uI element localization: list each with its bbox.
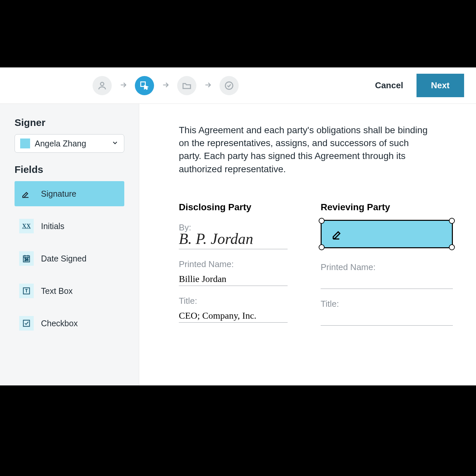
checkbox-icon bbox=[19, 316, 34, 331]
field-item-initials[interactable]: XX Initials bbox=[15, 214, 124, 239]
resize-handle-br[interactable] bbox=[449, 244, 455, 250]
resize-handle-tr[interactable] bbox=[449, 218, 455, 224]
chevron-down-icon bbox=[111, 139, 119, 148]
step-signer[interactable] bbox=[93, 76, 112, 95]
signature-line: B. P. Jordan bbox=[179, 234, 288, 249]
field-label: Text Box bbox=[41, 286, 73, 296]
arrow-icon bbox=[119, 81, 128, 91]
printed-name-line: Billie Jordan bbox=[179, 271, 288, 286]
topbar-actions: Cancel Next bbox=[375, 74, 464, 97]
field-item-textbox[interactable]: Text Box bbox=[15, 278, 124, 303]
check-circle-icon bbox=[224, 81, 234, 91]
cancel-button[interactable]: Cancel bbox=[375, 80, 403, 91]
folder-icon bbox=[182, 81, 192, 91]
title-line-empty bbox=[321, 310, 453, 326]
person-icon bbox=[97, 81, 107, 91]
title-value: CEO; Company, Inc. bbox=[179, 310, 257, 321]
arrow-icon bbox=[161, 81, 170, 91]
field-item-checkbox[interactable]: Checkbox bbox=[15, 311, 124, 336]
svg-rect-6 bbox=[23, 320, 30, 327]
receiving-heading: Revieving Party bbox=[321, 202, 453, 213]
printed-name-value: Billie Jordan bbox=[179, 274, 226, 284]
editor-body: Signer Angela Zhang Fields Signature XX … bbox=[0, 104, 476, 385]
signature-editor-app: Cancel Next Signer Angela Zhang Fields S… bbox=[0, 67, 476, 385]
wizard-steps bbox=[93, 76, 239, 95]
field-item-date[interactable]: 24 Date Signed bbox=[15, 246, 124, 271]
signer-color-swatch bbox=[20, 139, 30, 148]
title-label: Title: bbox=[179, 296, 288, 306]
signature-icon bbox=[19, 186, 34, 201]
field-label: Initials bbox=[41, 221, 64, 231]
arrow-icon bbox=[204, 81, 212, 91]
svg-point-0 bbox=[100, 82, 104, 86]
resize-handle-bl[interactable] bbox=[319, 244, 325, 250]
signer-dropdown[interactable]: Angela Zhang bbox=[15, 134, 124, 153]
sidebar: Signer Angela Zhang Fields Signature XX … bbox=[0, 104, 139, 385]
receiving-party-column: Revieving Party Printed Name: Title: bbox=[321, 202, 453, 326]
signer-heading: Signer bbox=[15, 117, 124, 128]
signature-columns: Disclosing Party By: B. P. Jordan Printe… bbox=[179, 202, 453, 326]
disclosing-heading: Disclosing Party bbox=[179, 202, 288, 213]
signature-icon bbox=[332, 227, 345, 241]
signer-name: Angela Zhang bbox=[35, 139, 86, 148]
fields-heading: Fields bbox=[15, 164, 124, 175]
printed-name-label: Printed Name: bbox=[321, 262, 453, 272]
textbox-icon bbox=[19, 284, 34, 298]
next-button[interactable]: Next bbox=[416, 74, 464, 97]
title-label: Title: bbox=[321, 299, 453, 309]
step-fields[interactable] bbox=[135, 76, 154, 95]
initials-icon: XX bbox=[19, 219, 34, 233]
document-canvas[interactable]: This Agreement and each party's obligati… bbox=[139, 104, 476, 385]
field-label: Date Signed bbox=[41, 254, 87, 263]
printed-name-line-empty bbox=[321, 274, 453, 289]
signature-scribble: B. P. Jordan bbox=[179, 230, 253, 248]
wizard-topbar: Cancel Next bbox=[0, 67, 476, 104]
agreement-paragraph: This Agreement and each party's obligati… bbox=[179, 124, 430, 176]
calendar-icon: 24 bbox=[19, 251, 34, 266]
step-files[interactable] bbox=[177, 76, 196, 95]
svg-text:24: 24 bbox=[24, 258, 28, 261]
field-item-signature[interactable]: Signature bbox=[15, 181, 124, 206]
step-review[interactable] bbox=[219, 76, 239, 95]
field-label: Checkbox bbox=[41, 319, 78, 328]
printed-name-label: Printed Name: bbox=[179, 259, 288, 269]
resize-handle-tl[interactable] bbox=[319, 218, 325, 224]
cursor-box-icon bbox=[139, 81, 149, 91]
title-line: CEO; Company, Inc. bbox=[179, 307, 288, 323]
disclosing-party-column: Disclosing Party By: B. P. Jordan Printe… bbox=[179, 202, 288, 326]
field-label: Signature bbox=[41, 189, 76, 199]
signature-field-placed[interactable] bbox=[321, 220, 453, 248]
